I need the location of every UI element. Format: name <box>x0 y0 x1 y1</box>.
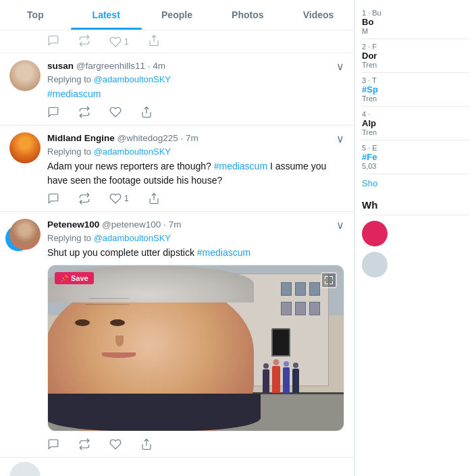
expand-icon[interactable] <box>321 272 337 288</box>
hashtag-mediascum-susan[interactable]: #mediascum <box>47 88 101 99</box>
share-button-midland[interactable] <box>148 192 160 205</box>
avatar-partial-bottom <box>9 462 41 476</box>
avatar-midland <box>9 132 41 163</box>
reply-link-susan[interactable]: @adamboultonSKY <box>94 74 171 84</box>
tab-top[interactable]: Top <box>0 0 71 30</box>
tweet-chevron-susan[interactable]: ∨ <box>336 60 344 73</box>
reply-link-pete[interactable]: @adamboultonSKY <box>94 233 171 243</box>
trending-item-2[interactable]: 2 · F Dor Tren <box>362 39 469 73</box>
show-more-trends[interactable]: Sho <box>362 178 469 188</box>
tweet-susan: susan @fargreenhills11 · 4m ∨ Replying t… <box>0 53 354 126</box>
reply-button-susan[interactable] <box>47 106 59 118</box>
pin-icon: 📌 <box>60 275 68 282</box>
tweet-chevron-pete[interactable]: ∨ <box>336 219 344 232</box>
tweet-actions-midland: 1 <box>47 192 344 205</box>
like-button-susan[interactable] <box>109 106 122 118</box>
user-info-susan: susan @fargreenhills11 · 4m <box>47 60 165 72</box>
tweet-image-pete[interactable]: 📌 Save <box>47 265 344 431</box>
reply-link-midland[interactable]: @adamboultonSKY <box>94 147 171 157</box>
hashtag-mediascum-midland[interactable]: #mediascum <box>214 161 267 171</box>
trending-section: 1 · Bu Bo M 2 · F Dor Tren 3 · T #Sp Tre… <box>362 5 469 188</box>
like-button-midland[interactable]: 1 <box>109 192 129 205</box>
trending-item-5[interactable]: 5 · E #Fe 5,03 <box>362 140 469 174</box>
trending-num-5: 5 · E <box>362 144 469 152</box>
right-sidebar: 1 · Bu Bo M 2 · F Dor Tren 3 · T #Sp Tre… <box>354 0 476 476</box>
tweet-body-pete: Petenew100 @petenew100 · 7m ∨ Replying t… <box>47 219 344 450</box>
tweet-header-susan: susan @fargreenhills11 · 4m ∨ <box>47 60 344 73</box>
hashtag-mediascum-pete[interactable]: #mediascum <box>197 247 250 258</box>
trending-sub-4: Tren <box>362 128 469 136</box>
trending-name-3: #Sp <box>362 84 469 95</box>
whats-happening-title: Wh <box>362 199 469 215</box>
tab-latest[interactable]: Latest <box>71 0 142 30</box>
tweet-time-midland: · 7m <box>181 133 199 143</box>
save-label: Save <box>71 274 88 282</box>
tweet-body-susan: susan @fargreenhills11 · 4m ∨ Replying t… <box>47 60 344 118</box>
trending-sub-2: Tren <box>362 61 469 69</box>
like-button-pete[interactable] <box>109 438 122 450</box>
tweet-reply-midland: Replying to @adamboultonSKY <box>47 147 344 157</box>
tweet-chevron-midland[interactable]: ∨ <box>336 132 344 145</box>
trending-sub-3: Tren <box>362 95 469 103</box>
trending-name-5: #Fe <box>362 152 469 162</box>
tweet-handle-pete: @petenew100 <box>102 219 161 230</box>
tweet-name-midland: Midland Engine <box>47 133 115 143</box>
like-count-midland: 1 <box>124 194 129 203</box>
tab-videos[interactable]: Videos <box>283 0 354 30</box>
reply-action-partial[interactable] <box>47 34 59 49</box>
share-button-susan[interactable] <box>140 106 153 118</box>
trending-name-1: Bo <box>362 17 469 27</box>
tweet-time-susan: · 4m <box>148 61 165 71</box>
trending-num-4: 4 · <box>362 110 469 118</box>
whats-happening-items <box>362 221 469 277</box>
tweet-actions-susan <box>47 106 344 118</box>
tweet-handle-midland: @whitedog225 <box>117 133 178 143</box>
tweet-body-midland: Midland Engine @whitedog225 · 7m ∨ Reply… <box>47 132 344 205</box>
tweet-text-midland: Adam your news reporters are though? #me… <box>47 159 344 187</box>
tweet-text-susan: #mediascum <box>47 87 344 101</box>
trending-item-1[interactable]: 1 · Bu Bo M <box>362 5 469 39</box>
selfie-image: 📌 Save <box>48 265 344 431</box>
share-button-pete[interactable] <box>140 438 153 450</box>
tweet-name-pete: Petenew100 <box>47 219 99 230</box>
like-action-partial[interactable]: 1 <box>109 34 129 49</box>
user-info-pete: Petenew100 @petenew100 · 7m <box>47 219 181 231</box>
tab-photos[interactable]: Photos <box>212 0 283 30</box>
tab-people[interactable]: People <box>142 0 213 30</box>
wh-avatar-1 <box>362 221 388 246</box>
retweet-button-midland[interactable] <box>78 192 90 205</box>
trending-name-4: Alp <box>362 118 469 128</box>
tweet-header-midland: Midland Engine @whitedog225 · 7m ∨ <box>47 132 344 145</box>
tweet-text-pete: Shut up you complete utter dipstick #med… <box>47 246 344 259</box>
partial-tweet-bottom <box>0 458 354 476</box>
nav-tabs: Top Latest People Photos Videos <box>0 0 354 30</box>
trending-sub-1: M <box>362 27 469 35</box>
tweet-reply-susan: Replying to @adamboultonSKY <box>47 74 344 84</box>
tweet-handle-susan: @fargreenhills11 <box>76 61 145 71</box>
retweet-button-pete[interactable] <box>78 438 90 450</box>
wh-item-2[interactable] <box>362 252 469 277</box>
trending-sub-5: 5,03 <box>362 162 469 170</box>
reply-button-pete[interactable] <box>47 438 59 450</box>
trending-num-3: 3 · T <box>362 76 469 84</box>
avatar-susan <box>9 60 41 91</box>
tweet-actions-pete <box>47 438 344 450</box>
wh-item-1[interactable] <box>362 221 469 246</box>
tweet-header-pete: Petenew100 @petenew100 · 7m ∨ <box>47 219 344 232</box>
avatar-pete <box>9 219 41 250</box>
trending-item-4[interactable]: 4 · Alp Tren <box>362 107 469 140</box>
share-action-partial[interactable] <box>148 34 160 49</box>
retweet-action-partial[interactable] <box>78 34 90 49</box>
save-badge[interactable]: 📌 Save <box>55 272 94 284</box>
trending-name-2: Dor <box>362 51 469 61</box>
tweet-pete: Petenew100 @petenew100 · 7m ∨ Replying t… <box>0 212 354 458</box>
user-info-midland: Midland Engine @whitedog225 · 7m <box>47 132 199 144</box>
trending-item-3[interactable]: 3 · T #Sp Tren <box>362 73 469 107</box>
retweet-button-susan[interactable] <box>78 106 90 118</box>
tweet-time-pete: · 7m <box>163 219 181 230</box>
reply-button-midland[interactable] <box>47 192 59 205</box>
tweet-name-susan: susan <box>47 61 74 71</box>
wh-avatar-2 <box>362 252 388 277</box>
partial-tweet-top: 1 <box>0 30 354 53</box>
tweet-reply-pete: Replying to @adamboultonSKY <box>47 233 344 243</box>
